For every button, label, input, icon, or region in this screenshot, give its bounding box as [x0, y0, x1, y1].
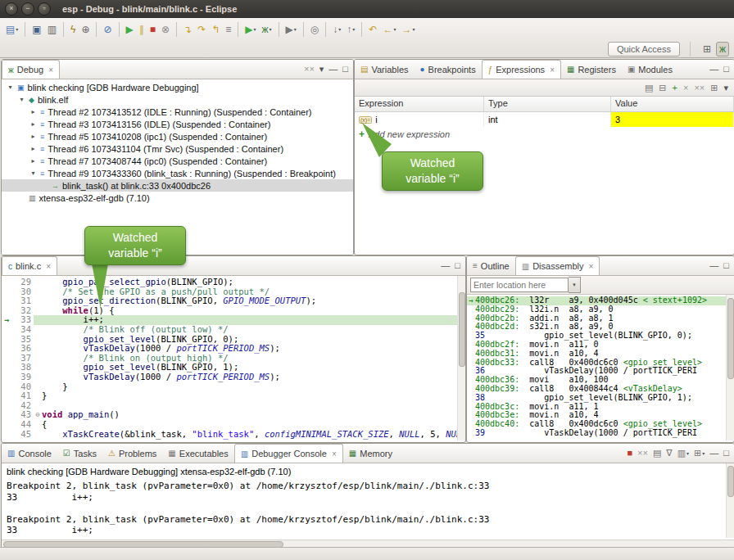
- disassembly-scrollbar[interactable]: [726, 295, 734, 440]
- new-expressions-view-icon[interactable]: ⊞: [710, 84, 718, 93]
- tab-executables[interactable]: ▦Executables: [162, 444, 233, 463]
- fold-collapse-icon[interactable]: ⊖: [34, 410, 42, 420]
- tab-disassembly[interactable]: ▥Disassembly×: [515, 256, 600, 275]
- line-number[interactable]: 34: [11, 325, 34, 335]
- disconnect-icon[interactable]: ⊗: [159, 23, 172, 36]
- console-output[interactable]: Breakpoint 2, blink_task (pvParameter=0x…: [2, 477, 734, 540]
- tab-console[interactable]: ▥Console: [2, 444, 57, 463]
- remove-all-terminated-icon[interactable]: ××: [304, 65, 315, 74]
- display-selected-console-icon[interactable]: ▥▾: [677, 449, 689, 458]
- tab-close-icon[interactable]: ×: [550, 65, 555, 75]
- debug-icon[interactable]: ж▾: [260, 23, 274, 36]
- minimize-icon[interactable]: —: [709, 261, 718, 270]
- external-tools-icon[interactable]: ▶▾: [283, 23, 299, 36]
- maximize-icon[interactable]: □: [342, 65, 348, 74]
- new-wizard-icon[interactable]: ▤▾: [3, 23, 20, 36]
- tab-tasks[interactable]: ☑Tasks: [57, 444, 102, 463]
- expression-row[interactable]: (x)=iint3: [355, 112, 734, 127]
- open-perspective-icon[interactable]: ⊞: [700, 43, 714, 56]
- debug-tree-item[interactable]: ▾≡Thread #9 1073433360 (blink_task : Run…: [2, 167, 353, 179]
- minimize-icon[interactable]: —: [441, 261, 450, 270]
- expressions-view-menu-icon[interactable]: ▾: [723, 84, 728, 93]
- perspective-debug-icon[interactable]: ж: [716, 42, 729, 56]
- maximize-icon[interactable]: □: [723, 449, 729, 458]
- column-header-type[interactable]: Type: [484, 97, 611, 111]
- line-number[interactable]: 39: [11, 373, 34, 382]
- suspend-icon[interactable]: ∥: [137, 23, 147, 36]
- disassembly-line[interactable]: 39 vTaskDelay(1000 / portTICK_PERI: [467, 429, 734, 438]
- debug-tree-item[interactable]: ▸≡Thread #7 1073408744 (ipc0) (Suspended…: [2, 155, 353, 167]
- tab-close-icon[interactable]: ×: [589, 262, 594, 271]
- maximize-icon[interactable]: □: [723, 261, 729, 270]
- last-edit-location-icon[interactable]: ↶: [366, 23, 379, 36]
- build-icon[interactable]: ⊕: [79, 23, 92, 36]
- expression-value[interactable]: 3: [611, 112, 734, 127]
- code-line-41[interactable]: 41}: [2, 391, 465, 401]
- flash-icon[interactable]: ϟ: [68, 23, 78, 36]
- step-over-icon[interactable]: ↷: [195, 23, 208, 36]
- line-number[interactable]: 41: [11, 391, 34, 401]
- line-number[interactable]: 36: [11, 344, 34, 354]
- minimize-icon[interactable]: —: [709, 65, 718, 74]
- clear-console-icon[interactable]: ▤: [653, 449, 661, 458]
- debug-tree-item[interactable]: ▸≡Thread #6 1073431104 (Tmr Svc) (Suspen…: [2, 142, 353, 155]
- minimize-icon[interactable]: —: [328, 65, 338, 74]
- step-return-icon[interactable]: ↰: [209, 23, 222, 36]
- tab-memory[interactable]: ▦Memory: [343, 444, 398, 463]
- collapse-all-icon[interactable]: ⊟: [659, 84, 666, 93]
- instruction-stepping-icon[interactable]: ≡: [223, 23, 233, 36]
- add-expression-row[interactable]: + Add new expression: [355, 127, 734, 142]
- debug-tree-item[interactable]: ▾◆blink.elf: [2, 93, 353, 106]
- skip-breakpoints-icon[interactable]: ⊘: [101, 23, 114, 36]
- debug-tree-item[interactable]: ▸≡Thread #2 1073413512 (IDLE : Running) …: [2, 106, 353, 118]
- scroll-lock-icon[interactable]: ∇: [666, 449, 672, 458]
- maximize-icon[interactable]: □: [455, 261, 460, 270]
- back-icon[interactable]: ←▾: [380, 23, 398, 36]
- tab-outline[interactable]: ≡Outline: [467, 256, 515, 275]
- resume-icon[interactable]: ▶: [124, 23, 136, 36]
- code-line-43[interactable]: 43⊖void app_main(): [2, 410, 465, 420]
- debug-tree-item[interactable]: ▸≡Thread #5 1073410208 (ipc1) (Suspended…: [2, 130, 353, 142]
- print-icon[interactable]: ▥: [45, 23, 59, 36]
- window-minimize-button[interactable]: −: [21, 2, 34, 16]
- debug-tree-item[interactable]: ▸≡Thread #3 1073413156 (IDLE) (Suspended…: [2, 118, 353, 130]
- terminate-icon[interactable]: ■: [147, 23, 158, 36]
- add-expression-icon[interactable]: +: [673, 84, 677, 93]
- tab-close-icon[interactable]: ×: [332, 449, 337, 458]
- editor-scrollbar[interactable]: [457, 276, 465, 440]
- show-type-names-icon[interactable]: ▤: [645, 84, 653, 93]
- disassembly-location-input[interactable]: [470, 278, 569, 292]
- disasm-lines[interactable]: →400dbc26: l32r a9, 0x400d045c < stext+1…: [467, 295, 734, 442]
- debug-tree-item[interactable]: →blink_task() at blink.c:33 0x400dbc26: [2, 179, 353, 192]
- code-line-45[interactable]: 45 xTaskCreate(&blink_task, "blink_task"…: [2, 430, 465, 440]
- code-line-39[interactable]: 39 vTaskDelay(1000 / portTICK_PERIOD_MS)…: [2, 373, 465, 382]
- console-scrollbar[interactable]: [726, 463, 734, 538]
- debug-view-menu-icon[interactable]: ▾: [319, 65, 324, 74]
- tab-breakpoints[interactable]: ●Breakpoints: [415, 60, 482, 79]
- code-line-40[interactable]: 40 }: [2, 382, 465, 392]
- forward-icon[interactable]: →▾: [399, 23, 417, 36]
- line-number[interactable]: 44: [11, 420, 34, 430]
- editor-lines[interactable]: 29 gpio_pad_select_gpio(BLINK_GPIO);30 /…: [2, 276, 465, 442]
- tab-problems[interactable]: ⚠Problems: [102, 444, 162, 463]
- tab-debugger-console[interactable]: ▥Debugger Console×: [234, 444, 343, 463]
- location-dropdown-icon[interactable]: ▼: [569, 277, 581, 293]
- terminate-console-icon[interactable]: ■: [627, 449, 632, 458]
- tab-modules[interactable]: ▣Modules: [622, 60, 678, 79]
- step-into-icon[interactable]: ↴: [181, 23, 194, 36]
- remove-expression-icon[interactable]: ×: [683, 84, 688, 93]
- maximize-icon[interactable]: □: [723, 65, 729, 74]
- prev-annotation-icon[interactable]: ↑▾: [344, 23, 357, 36]
- tab-registers[interactable]: ▦Registers: [561, 60, 622, 79]
- tab-debug[interactable]: жDebug×: [2, 60, 60, 79]
- run-icon[interactable]: ▶▾: [242, 23, 258, 36]
- tab-variables[interactable]: ▤Variables: [355, 60, 415, 79]
- minimize-icon[interactable]: —: [709, 449, 718, 458]
- column-header-expression[interactable]: Expression: [355, 97, 484, 111]
- line-number[interactable]: 29: [11, 278, 34, 287]
- window-close-button[interactable]: ×: [5, 2, 18, 16]
- save-icon[interactable]: ▣: [29, 23, 43, 36]
- next-annotation-icon[interactable]: ↓▾: [330, 23, 343, 36]
- tab-blink-c[interactable]: cblink.c×: [2, 256, 57, 275]
- tab-close-icon[interactable]: ×: [48, 65, 53, 75]
